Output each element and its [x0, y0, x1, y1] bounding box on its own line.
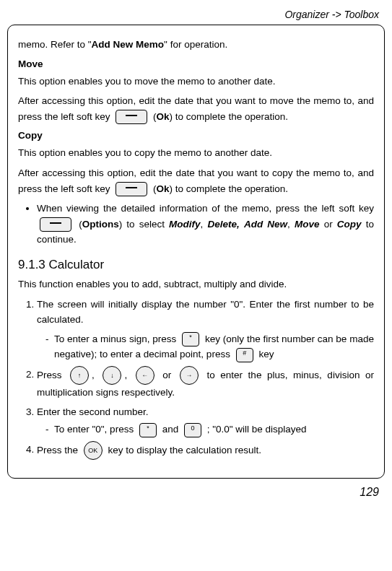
text: The screen will initially display the nu… — [37, 299, 374, 326]
move-heading: Move — [18, 58, 374, 69]
text: or — [320, 219, 337, 230]
text: To enter a minus sign, press — [54, 334, 179, 344]
calc-intro: This function enables you to add, subtra… — [18, 276, 374, 292]
options-label: Options — [82, 219, 119, 230]
text: Press — [37, 369, 67, 380]
text: memo. Refer to " — [18, 39, 92, 50]
left-key-icon: ← — [136, 366, 154, 385]
down-key-icon: ↓ — [103, 366, 121, 385]
soft-key-icon — [40, 217, 71, 232]
text: , — [92, 369, 100, 380]
breadcrumb: Organizer -> Toolbox — [7, 9, 385, 20]
star-key-icon: * — [182, 332, 199, 346]
ok-key-icon: OK — [84, 441, 103, 460]
move-instruction: After accessing this option, edit the da… — [18, 93, 374, 124]
text: and — [162, 424, 181, 435]
menu-copy: Copy — [337, 219, 362, 230]
zero-key-icon: 0 — [184, 423, 201, 437]
star-key-icon: * — [139, 423, 157, 437]
text: ) to select — [119, 219, 169, 230]
list-item: Enter the second number. — [37, 404, 374, 420]
text: ; "0.0" will be displayed — [207, 424, 307, 435]
menu-delete: Delete, — [208, 219, 240, 230]
list-item: To enter "0", press * and 0 ; "0.0" will… — [54, 422, 374, 437]
copy-desc: This option enables you to copy the memo… — [18, 145, 374, 161]
text: , — [124, 369, 132, 380]
add-new-memo-label: Add New Memo — [92, 39, 165, 50]
list-item: Press the OK key to display the calculat… — [37, 441, 374, 460]
memo-options-bullet: When viewing the detailed information of… — [18, 201, 374, 248]
menu-move: Move — [295, 219, 320, 230]
copy-instruction: After accessing this option, edit the da… — [18, 165, 374, 196]
text: To enter "0", press — [54, 424, 136, 435]
right-key-icon: → — [180, 366, 199, 385]
memo-ref-line: memo. Refer to "Add New Memo" for operat… — [18, 37, 374, 53]
content-frame: memo. Refer to "Add New Memo" for operat… — [7, 25, 385, 479]
list-item: To enter a minus sign, press * key (only… — [54, 331, 374, 362]
text: , — [201, 219, 208, 230]
text: ) to complete the operation. — [170, 183, 288, 194]
sub-list: To enter a minus sign, press * key (only… — [40, 331, 374, 362]
list-item: When viewing the detailed information of… — [37, 201, 374, 248]
up-key-icon: ↑ — [70, 366, 89, 385]
ok-label: Ok — [157, 111, 170, 122]
menu-modify: Modify — [169, 219, 201, 230]
text: or — [157, 369, 177, 380]
text: " for operation. — [164, 39, 227, 50]
menu-add-new: Add New — [244, 219, 287, 230]
move-desc: This option enables you to move the memo… — [18, 74, 374, 90]
text: key to display the calculation result. — [108, 444, 261, 455]
page-number: 129 — [7, 486, 385, 499]
ok-label: Ok — [157, 183, 170, 194]
copy-heading: Copy — [18, 130, 374, 141]
soft-key-icon — [116, 110, 147, 124]
calculator-heading: 9.1.3 Calculator — [18, 258, 374, 272]
list-item: The screen will initially display the nu… — [37, 297, 374, 362]
hash-key-icon: # — [236, 348, 253, 362]
text: When viewing the detailed information of… — [37, 203, 374, 214]
text: key — [258, 349, 274, 359]
text: , — [287, 219, 295, 230]
sub-list: To enter "0", press * and 0 ; "0.0" will… — [40, 422, 374, 437]
list-item: Press ↑, ↓, ← or → to enter the plus, mi… — [37, 366, 374, 401]
soft-key-icon — [116, 182, 147, 196]
text: ) to complete the operation. — [170, 111, 288, 122]
text: Press the — [37, 444, 81, 455]
calc-steps: The screen will initially display the nu… — [18, 297, 374, 460]
